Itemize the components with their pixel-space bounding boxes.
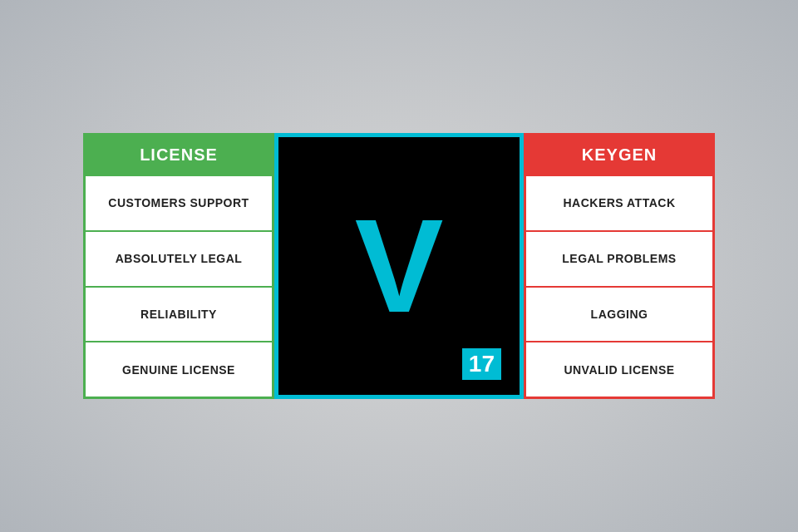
- license-item-1: CUSTOMERS SUPPORT: [86, 175, 272, 230]
- comparison-container: LICENSE CUSTOMERS SUPPORT ABSOLUTELY LEG…: [83, 133, 715, 399]
- license-item-3: RELIABILITY: [86, 286, 272, 342]
- keygen-item-1: HACKERS ATTACK: [526, 175, 712, 230]
- logo-version: 17: [462, 348, 501, 380]
- center-logo: V 17: [274, 133, 524, 399]
- license-item-4: GENUINE LICENSE: [86, 341, 272, 397]
- keygen-column: KEYGEN HACKERS ATTACK LEGAL PROBLEMS LAG…: [524, 133, 715, 399]
- license-header: LICENSE: [86, 135, 272, 175]
- logo-letter: V: [355, 200, 444, 332]
- keygen-header: KEYGEN: [526, 135, 712, 175]
- license-column: LICENSE CUSTOMERS SUPPORT ABSOLUTELY LEG…: [83, 133, 274, 399]
- keygen-item-2: LEGAL PROBLEMS: [526, 230, 712, 286]
- keygen-item-4: UNVALID LICENSE: [526, 341, 712, 397]
- license-item-2: ABSOLUTELY LEGAL: [86, 230, 272, 286]
- keygen-item-3: LAGGING: [526, 286, 712, 342]
